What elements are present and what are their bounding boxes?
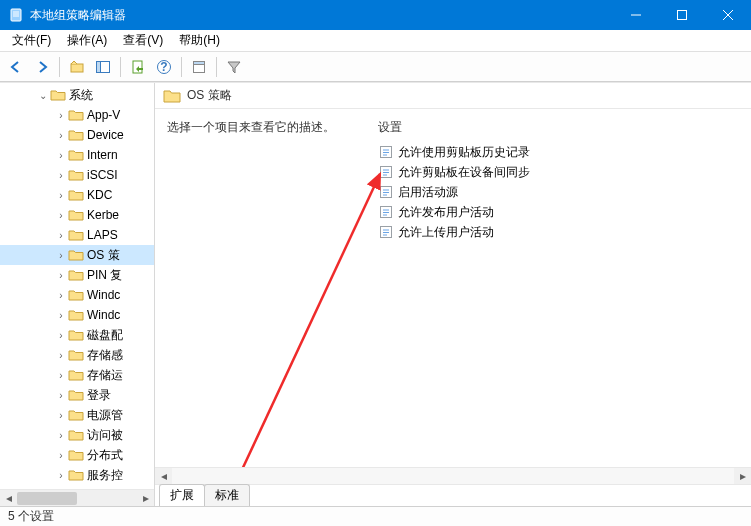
policy-icon [378,184,394,200]
setting-item[interactable]: 允许发布用户活动 [370,202,751,222]
folder-icon [68,207,84,223]
tree-node[interactable]: ›存储感 [0,345,154,365]
tree-node[interactable]: ›存储运 [0,365,154,385]
detail-pane: OS 策略 选择一个项目来查看它的描述。 设置 允许使用剪贴板历史记录允许剪贴板… [155,83,751,506]
expand-icon[interactable]: › [54,210,68,221]
tree-scroll[interactable]: ⌄ 系统 ›App-V›Device›Intern›iSCSI›KDC›Kerb… [0,83,154,489]
expand-icon[interactable]: › [54,430,68,441]
filter-button[interactable] [222,55,246,79]
tree-node-root[interactable]: ⌄ 系统 [0,85,154,105]
tab-standard[interactable]: 标准 [204,484,250,506]
folder-icon [68,387,84,403]
scroll-right-button[interactable]: ▸ [137,490,154,507]
expand-icon[interactable]: › [54,230,68,241]
tree-node[interactable]: ›Kerbe [0,205,154,225]
show-hide-tree-button[interactable] [91,55,115,79]
expand-icon[interactable]: › [54,250,68,261]
forward-button[interactable] [30,55,54,79]
expand-icon[interactable]: › [54,330,68,341]
maximize-button[interactable] [659,0,705,30]
expand-icon[interactable]: › [54,350,68,361]
expand-icon[interactable]: › [54,390,68,401]
tree-node[interactable]: ›磁盘配 [0,325,154,345]
folder-icon [68,447,84,463]
tree-node[interactable]: ›分布式 [0,445,154,465]
tree-node-label: 存储感 [87,347,123,364]
tree-node[interactable]: ›OS 策 [0,245,154,265]
folder-icon [68,167,84,183]
tree-node-label: 访问被 [87,427,123,444]
tree-node-label: 登录 [87,387,111,404]
settings-list-column: 设置 允许使用剪贴板历史记录允许剪贴板在设备间同步启用活动源允许发布用户活动允许… [370,109,751,467]
tree-node[interactable]: ›iSCSI [0,165,154,185]
scroll-track[interactable] [17,490,137,507]
toolbar-separator [216,57,217,77]
policy-icon [378,164,394,180]
expand-icon[interactable]: › [54,170,68,181]
folder-icon [68,367,84,383]
folder-icon [68,107,84,123]
expand-icon[interactable]: › [54,290,68,301]
tab-extended[interactable]: 扩展 [159,484,205,506]
svg-rect-0 [11,9,21,21]
expand-icon[interactable]: › [54,470,68,481]
back-button[interactable] [4,55,28,79]
expand-icon[interactable]: › [54,450,68,461]
tree-node[interactable]: ›电源管 [0,405,154,425]
toolbar-separator [59,57,60,77]
tree-node[interactable]: ›PIN 复 [0,265,154,285]
setting-label: 允许使用剪贴板历史记录 [398,144,530,161]
expand-icon[interactable]: › [54,310,68,321]
collapse-icon[interactable]: ⌄ [36,90,50,101]
up-button[interactable] [65,55,89,79]
detail-horizontal-scrollbar[interactable]: ◂ ▸ [155,467,751,484]
expand-icon[interactable]: › [54,150,68,161]
settings-column-header[interactable]: 设置 [370,115,751,142]
minimize-button[interactable] [613,0,659,30]
setting-item[interactable]: 启用活动源 [370,182,751,202]
setting-item[interactable]: 允许上传用户活动 [370,222,751,242]
expand-icon[interactable]: › [54,410,68,421]
tree-node[interactable]: ›访问被 [0,425,154,445]
tree-node[interactable]: ›LAPS [0,225,154,245]
tree-node[interactable]: ›App-V [0,105,154,125]
expand-icon[interactable]: › [54,110,68,121]
tree-node[interactable]: ›KDC [0,185,154,205]
menu-action[interactable]: 操作(A) [61,30,113,51]
folder-icon [68,227,84,243]
scroll-right-button[interactable]: ▸ [734,468,751,485]
detail-title: OS 策略 [187,87,232,104]
properties-button[interactable] [187,55,211,79]
setting-item[interactable]: 允许剪贴板在设备间同步 [370,162,751,182]
expand-icon[interactable]: › [54,190,68,201]
scroll-left-button[interactable]: ◂ [0,490,17,507]
tree-node[interactable]: ›Device [0,125,154,145]
scroll-track[interactable] [172,468,734,485]
tree-node[interactable]: ›登录 [0,385,154,405]
tree-node-label: Kerbe [87,208,119,222]
tree-node-label: Windc [87,288,120,302]
window-title: 本地组策略编辑器 [30,7,613,24]
tree-node[interactable]: ›Intern [0,145,154,165]
tree-node[interactable]: ›服务控 [0,465,154,485]
setting-item[interactable]: 允许使用剪贴板历史记录 [370,142,751,162]
tree-node-label: OS 策 [87,247,120,264]
tree-node-label: Device [87,128,124,142]
help-button[interactable]: ? [152,55,176,79]
tree-node[interactable]: ›Windc [0,285,154,305]
tree-node[interactable]: ›Windc [0,305,154,325]
menu-file[interactable]: 文件(F) [6,30,57,51]
toolbar-separator [181,57,182,77]
expand-icon[interactable]: › [54,270,68,281]
tree-horizontal-scrollbar[interactable]: ◂ ▸ [0,489,154,506]
tree-node-label: PIN 复 [87,267,122,284]
close-button[interactable] [705,0,751,30]
menu-view[interactable]: 查看(V) [117,30,169,51]
tree-node-label: 存储运 [87,367,123,384]
scroll-left-button[interactable]: ◂ [155,468,172,485]
export-list-button[interactable] [126,55,150,79]
expand-icon[interactable]: › [54,370,68,381]
menu-help[interactable]: 帮助(H) [173,30,226,51]
expand-icon[interactable]: › [54,130,68,141]
scroll-thumb[interactable] [17,492,77,505]
